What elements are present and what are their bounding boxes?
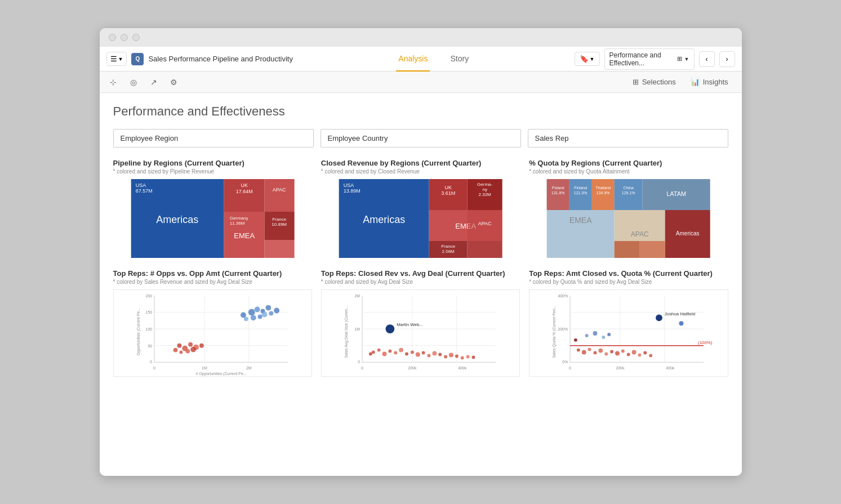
insights-icon: 📊 <box>691 78 700 86</box>
tab-story[interactable]: Story <box>448 47 471 72</box>
svg-text:400k: 400k <box>666 366 674 370</box>
filter-employee-country[interactable]: Employee Country <box>321 129 521 148</box>
title-bar <box>100 28 742 47</box>
svg-point-158 <box>621 350 625 353</box>
svg-point-117 <box>405 353 408 356</box>
svg-point-113 <box>382 352 386 356</box>
sheet-chevron: ▼ <box>684 56 689 62</box>
scatter-opps-amt[interactable]: 200 150 100 50 0 0 1M 2M Opportunities (… <box>113 289 312 377</box>
svg-text:Americas: Americas <box>363 214 405 225</box>
selections-panel-button[interactable]: ⊞ Selections <box>626 74 683 91</box>
filter-sales-rep[interactable]: Sales Rep <box>528 129 728 148</box>
svg-point-115 <box>394 351 397 355</box>
page-title: Performance and Effectiveness <box>113 104 728 119</box>
filter-employee-region[interactable]: Employee Region <box>113 129 314 148</box>
svg-text:Americas: Americas <box>676 230 700 237</box>
tab-analysis[interactable]: Analysis <box>396 47 430 72</box>
svg-point-82 <box>243 316 248 321</box>
svg-text:129.1%: 129.1% <box>622 191 635 195</box>
browser-window: ☰ ▼ Q Sales Performance Pipeline and Pro… <box>100 28 742 476</box>
svg-text:131.8%: 131.8% <box>551 191 565 195</box>
svg-text:400k: 400k <box>458 366 466 370</box>
svg-text:USA: USA <box>343 182 354 188</box>
svg-point-157 <box>615 351 620 356</box>
svg-text:Opportunities (Current Pe...: Opportunities (Current Pe... <box>136 308 141 355</box>
svg-point-127 <box>461 356 464 359</box>
svg-point-160 <box>632 350 637 355</box>
svg-rect-57 <box>640 241 665 258</box>
svg-point-121 <box>427 354 430 358</box>
menu-button[interactable]: ☰ ▼ <box>106 52 127 66</box>
nav-prev-button[interactable]: ‹ <box>699 51 715 67</box>
nav-next-button[interactable]: › <box>719 51 735 67</box>
export-icon[interactable]: ↗ <box>147 75 161 89</box>
scatter-amt-quota[interactable]: 400% 200% 0% 0 200k 400k Sales Quota % (… <box>529 289 728 377</box>
svg-point-80 <box>269 311 273 316</box>
closed-revenue-treemap[interactable]: Americas USA 13.89M UK 3.61M Germa- ny 2… <box>321 179 520 258</box>
sub-toolbar-tools: ⊹ ◎ ↗ ⚙ <box>106 75 181 89</box>
content-area: Performance and Effectiveness Employee R… <box>100 93 742 476</box>
bookmark-icon: 🔖 <box>580 55 589 63</box>
svg-text:Americas: Americas <box>156 214 198 225</box>
svg-point-167 <box>607 333 611 336</box>
sheet-selector[interactable]: Performance and Effectiven... ⊞ ▼ <box>604 48 695 70</box>
svg-text:0: 0 <box>361 366 363 370</box>
quota-treemap[interactable]: EMEA Poland 131.8% Finland 121.0% Thaila… <box>529 179 728 258</box>
svg-text:121.0%: 121.0% <box>574 191 588 195</box>
svg-text:0: 0 <box>150 360 152 364</box>
svg-text:Thailand: Thailand <box>595 186 611 190</box>
svg-text:17.64M: 17.64M <box>235 189 252 194</box>
lasso-tool-icon[interactable]: ◎ <box>127 75 140 89</box>
svg-text:200%: 200% <box>558 327 568 331</box>
svg-rect-16 <box>264 240 294 258</box>
svg-text:Sales Avg Deal Size (Curren...: Sales Avg Deal Size (Curren... <box>344 305 349 358</box>
traffic-light-min[interactable] <box>121 34 128 41</box>
svg-point-125 <box>449 353 453 358</box>
sheet-icon: ⊞ <box>677 55 682 63</box>
sheet-name: Performance and Effectiven... <box>609 51 675 67</box>
chart-pipeline-title: Pipeline by Regions (Current Quarter) <box>113 159 312 167</box>
svg-point-88 <box>188 342 193 347</box>
svg-rect-56 <box>615 241 640 258</box>
selections-label: Selections <box>642 78 676 86</box>
svg-point-81 <box>274 308 279 314</box>
svg-point-163 <box>649 354 652 358</box>
traffic-light-max[interactable] <box>132 34 140 41</box>
svg-text:200: 200 <box>145 294 152 298</box>
traffic-light-close[interactable] <box>109 34 116 41</box>
settings-icon[interactable]: ⚙ <box>167 75 181 89</box>
svg-text:Sales Quota % (Current Peri...: Sales Quota % (Current Peri... <box>553 305 557 358</box>
svg-point-86 <box>177 344 181 348</box>
svg-text:Martin Web...: Martin Web... <box>397 322 423 327</box>
svg-point-109 <box>385 324 394 333</box>
svg-point-154 <box>599 349 603 353</box>
scatter-closed-avg[interactable]: 2M 1M 0 0 200k 400k Sales Avg Deal Size … <box>321 289 520 377</box>
chart-closed-avg-deal: Top Reps: Closed Rev vs. Avg Deal (Curre… <box>321 269 520 377</box>
svg-point-123 <box>438 353 442 356</box>
svg-point-119 <box>416 353 420 357</box>
svg-text:100: 100 <box>145 327 152 331</box>
svg-point-92 <box>179 351 183 354</box>
hamburger-icon: ☰ <box>110 55 117 63</box>
app-title: Sales Performance Pipeline and Productiv… <box>148 55 293 63</box>
svg-text:11.36M: 11.36M <box>229 221 244 226</box>
svg-text:2M: 2M <box>246 366 252 370</box>
chevron-down-icon: ▼ <box>118 56 123 62</box>
svg-text:0: 0 <box>358 360 360 364</box>
svg-text:50: 50 <box>148 344 152 348</box>
svg-text:Germa-: Germa- <box>477 182 492 187</box>
svg-text:Finland: Finland <box>574 186 587 190</box>
svg-text:(100%): (100%) <box>698 340 713 345</box>
svg-point-152 <box>588 348 591 351</box>
select-tool-icon[interactable]: ⊹ <box>106 75 120 89</box>
svg-point-130 <box>369 353 372 356</box>
svg-text:0%: 0% <box>562 360 568 364</box>
svg-text:Joshua Hatfield: Joshua Hatfield <box>665 311 695 316</box>
svg-text:# Opportunities (Current Pe...: # Opportunities (Current Pe... <box>195 372 246 376</box>
pipeline-treemap[interactable]: Americas USA 67.57M UK 17.64M APAC EMEA <box>113 179 312 258</box>
bookmark-button[interactable]: 🔖 ▼ <box>575 52 600 66</box>
insights-panel-button[interactable]: 📊 Insights <box>684 74 735 91</box>
svg-text:0: 0 <box>569 366 571 370</box>
chart-amt-quota-subtitle: * colored by Quota % and sized by Avg De… <box>529 279 728 285</box>
svg-point-90 <box>199 344 203 348</box>
